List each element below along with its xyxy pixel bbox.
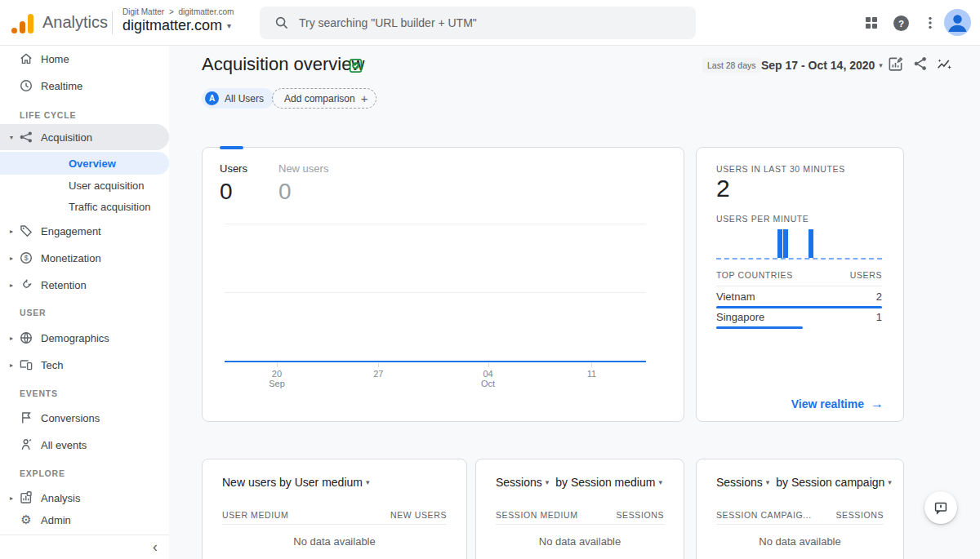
product-name: Analytics — [42, 13, 108, 32]
sidebar-section-explore: EXPLORE — [20, 468, 65, 478]
sidebar-item-acquisition[interactable]: ▾ Acquisition — [0, 124, 169, 150]
country-row: Vietnam 2 — [716, 288, 882, 308]
search-icon — [274, 16, 289, 30]
x-tick-label: 11 — [587, 369, 596, 379]
edit-report-icon[interactable] — [887, 55, 905, 73]
x-tick-label: 20Sep — [269, 369, 285, 388]
date-range-selector[interactable]: Sep 17 - Oct 14, 2020▾ — [761, 59, 883, 72]
insights-icon[interactable] — [936, 55, 954, 73]
sidebar-item-label: Conversions — [41, 412, 100, 424]
analytics-logo-icon[interactable] — [11, 12, 36, 33]
person-touch-icon — [19, 437, 33, 452]
chevron-down-icon: ▾ — [766, 478, 770, 486]
devices-icon — [19, 357, 33, 372]
user-avatar[interactable] — [944, 9, 971, 36]
no-data-message: No data available — [203, 535, 466, 548]
expand-caret-icon: ▸ — [7, 228, 16, 235]
sidebar-item-realtime[interactable]: Realtime — [0, 73, 169, 98]
expand-caret-icon: ▸ — [7, 255, 16, 262]
feedback-bubble-icon — [933, 500, 948, 515]
expand-caret-icon: ▸ — [7, 335, 16, 342]
card-title-dropdown[interactable]: Sessions▾ by Session medium▾ — [496, 476, 666, 489]
sidebar-item-all-events[interactable]: All events — [0, 433, 169, 457]
expand-caret-icon: ▾ — [7, 134, 16, 141]
sidebar-item-overview[interactable]: Overview — [0, 152, 169, 175]
sidebar-item-label: Retention — [41, 279, 87, 291]
apps-grid-icon[interactable] — [862, 14, 880, 32]
page-title: Acquisition overview — [202, 54, 364, 75]
sidebar-collapse-bar: ‹ — [0, 535, 169, 559]
sidebar-item-retention[interactable]: ▸ Retention — [0, 273, 169, 297]
help-icon[interactable]: ? — [892, 14, 910, 32]
search-input[interactable] — [299, 16, 658, 29]
breadcrumb-property: digitmatter.com — [179, 7, 234, 16]
svg-text:$: $ — [24, 254, 28, 262]
sidebar-item-conversions[interactable]: Conversions — [0, 406, 169, 430]
more-vertical-icon[interactable] — [921, 14, 939, 32]
gridline — [225, 224, 646, 224]
sidebar-item-home[interactable]: Home — [0, 47, 169, 71]
table-header-row: SESSION MEDIUM SESSIONS — [496, 507, 664, 525]
no-data-message: No data available — [476, 535, 684, 548]
users-column: USERS — [850, 270, 882, 280]
users-per-minute-bar — [783, 229, 788, 258]
home-icon — [19, 51, 33, 66]
realtime-card: USERS IN LAST 30 MINUTES 2 USERS PER MIN… — [696, 147, 904, 422]
card-title-dropdown[interactable]: New users by User medium▾ — [222, 476, 372, 489]
new-users-value: 0 — [278, 179, 328, 205]
sidebar-item-demographics[interactable]: ▸ Demographics — [0, 326, 169, 350]
magnet-icon — [19, 277, 33, 292]
x-tick-label: 27 — [373, 369, 383, 379]
users-value: 0 — [220, 179, 247, 205]
clock-icon — [19, 78, 33, 93]
x-axis: 20Sep 27 04Oct 11 — [225, 362, 646, 395]
search-bar[interactable] — [260, 7, 696, 39]
sidebar-item-tech[interactable]: ▸ Tech — [0, 353, 169, 377]
chevron-down-icon: ▾ — [227, 21, 231, 30]
breadcrumb: Digit Matter > digitmatter.com — [122, 7, 236, 16]
x-tick — [591, 363, 592, 367]
chevron-down-icon: ▾ — [879, 61, 883, 69]
chevron-down-icon: ▾ — [888, 478, 892, 486]
report-check-icon[interactable] — [348, 58, 363, 73]
add-comparison-button[interactable]: Add comparison + — [272, 88, 376, 109]
ga-analytics-app: Analytics Digit Matter > digitmatter.com… — [0, 0, 980, 559]
feedback-button[interactable] — [924, 491, 957, 524]
collapse-sidebar-icon[interactable]: ‹ — [153, 539, 158, 556]
sidebar-item-label: Traffic acquisition — [69, 201, 150, 213]
x-tick-label: 04Oct — [481, 369, 495, 388]
arrow-right-icon: → — [871, 397, 884, 410]
sessions-by-campaign-card: Sessions▾ by Session campaign▾ SESSION C… — [696, 459, 904, 559]
gridline — [225, 292, 646, 293]
top-countries-column: TOP COUNTRIES — [716, 270, 793, 280]
sidebar-item-label: Admin — [41, 514, 71, 526]
sidebar-item-label: Monetization — [41, 252, 101, 264]
card-title-dropdown[interactable]: Sessions▾ by Session campaign▾ — [716, 476, 895, 489]
sidebar-item-engagement[interactable]: ▸ Engagement — [0, 219, 169, 243]
metric-tab-new-users[interactable]: New users 0 — [278, 162, 328, 205]
share-icon[interactable] — [912, 55, 930, 73]
sidebar-nav: Home Realtime LIFE CYCLE ▾ Acquisition O… — [0, 46, 169, 559]
users-per-minute-bar — [808, 229, 813, 258]
sidebar-item-label: Engagement — [41, 225, 101, 237]
sidebar-item-admin[interactable]: ⚙ Admin — [0, 508, 169, 532]
users-per-minute-chart — [716, 229, 882, 260]
no-data-message: No data available — [697, 535, 903, 548]
chevron-down-icon: ▾ — [546, 478, 550, 486]
sidebar-item-traffic-acquisition[interactable]: Traffic acquisition — [0, 194, 169, 219]
view-realtime-link[interactable]: View realtime→ — [791, 397, 884, 411]
chevron-down-icon: ▾ — [658, 478, 662, 486]
sidebar-item-monetization[interactable]: ▸ $ Monetization — [0, 246, 169, 270]
sidebar-item-label: Tech — [41, 359, 63, 371]
new-users-by-medium-card: New users by User medium▾ USER MEDIUM NE… — [202, 459, 467, 559]
expand-caret-icon: ▸ — [7, 282, 16, 289]
sidebar-item-analysis[interactable]: ▸ Analysis — [0, 486, 169, 510]
x-tick — [277, 363, 278, 367]
breadcrumb-separator: > — [169, 7, 174, 16]
sidebar-item-label: Acquisition — [41, 131, 92, 144]
plus-icon: + — [361, 91, 368, 105]
all-users-comparison-chip[interactable]: A All Users — [202, 88, 274, 109]
sidebar-item-label: Demographics — [41, 332, 109, 344]
metric-tab-users[interactable]: Users 0 — [220, 162, 247, 205]
property-selector[interactable]: digitmatter.com▾ — [122, 17, 231, 34]
